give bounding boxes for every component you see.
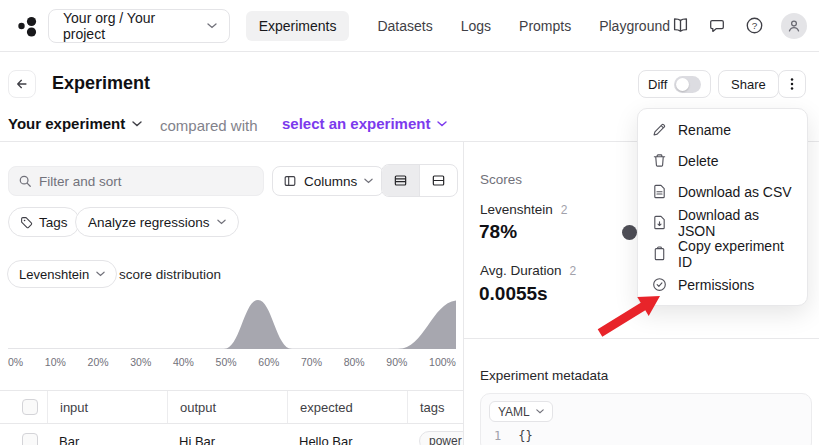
column-header-expected[interactable]: expected [287, 391, 407, 423]
menu-item-permissions[interactable]: Permissions [638, 269, 807, 300]
line-number: 1 [489, 429, 501, 443]
metric-avg-duration: Avg. Duration 2 [480, 263, 576, 278]
comparison-experiment-selector[interactable]: select an experiment [282, 115, 447, 132]
chevron-down-icon [217, 219, 226, 225]
menu-item-label: Delete [678, 153, 718, 169]
row-checkbox[interactable] [22, 433, 38, 445]
metric-name-label: Avg. Duration [480, 263, 562, 278]
columns-label: Columns [304, 174, 357, 189]
columns-icon [283, 174, 297, 188]
metadata-editor[interactable]: YAML 1 {} [480, 393, 812, 445]
top-nav: Your org / Your project Experiments Data… [0, 0, 819, 52]
chat-icon [708, 17, 726, 35]
diff-toggle-knob [676, 78, 689, 91]
tab-datasets[interactable]: Datasets [377, 18, 432, 34]
file-json-icon [652, 215, 667, 230]
avatar[interactable] [781, 13, 807, 39]
diff-toggle-track[interactable] [674, 76, 701, 93]
format-select-label: YAML [498, 405, 530, 419]
search-input[interactable] [39, 174, 239, 189]
tab-experiments[interactable]: Experiments [246, 11, 350, 41]
tag-icon [20, 216, 33, 229]
column-header-output[interactable]: output [167, 391, 287, 423]
x-tick: 0% [8, 356, 23, 368]
view-toggle-group [381, 164, 458, 197]
tag-pill[interactable]: power [419, 431, 463, 445]
metric-count-badge: 2 [561, 203, 568, 217]
tab-logs[interactable]: Logs [461, 18, 491, 34]
tab-playground[interactable]: Playground [599, 18, 670, 34]
x-tick: 20% [88, 356, 109, 368]
metric-levenshtein-value: 78% [479, 221, 517, 243]
docs-button[interactable] [670, 16, 690, 36]
project-switcher[interactable]: Your org / Your project [48, 9, 230, 43]
x-tick: 50% [216, 356, 237, 368]
feedback-button[interactable] [707, 16, 727, 36]
back-button[interactable] [8, 70, 36, 98]
menu-item-label: Rename [678, 122, 731, 138]
badge-check-icon [652, 277, 667, 292]
share-button[interactable]: Share [718, 70, 779, 98]
select-all-cell [0, 391, 47, 423]
x-tick: 30% [130, 356, 151, 368]
rows-dense-icon [393, 173, 408, 188]
arrow-left-icon [15, 77, 29, 91]
table-row[interactable]: Bar Hi Bar Hello Bar power [0, 424, 463, 445]
distribution-caption: score distribution [119, 267, 221, 282]
x-tick: 70% [301, 356, 322, 368]
menu-item-download-json[interactable]: Download as JSON [638, 207, 807, 238]
book-open-icon [671, 16, 690, 35]
menu-item-label: Permissions [678, 277, 754, 293]
comparison-selector-label: select an experiment [282, 115, 430, 132]
experiment-page: Your org / Your project Experiments Data… [0, 0, 819, 445]
trash-icon [652, 153, 667, 168]
diff-toggle-label: Diff [648, 77, 667, 92]
select-all-checkbox[interactable] [22, 399, 38, 415]
tab-prompts[interactable]: Prompts [519, 18, 571, 34]
scores-metadata-divider [464, 338, 819, 339]
help-button[interactable]: ? [744, 16, 764, 36]
column-header-input[interactable]: input [47, 391, 167, 423]
columns-button[interactable]: Columns [272, 166, 384, 196]
menu-item-copy-experiment-id[interactable]: Copy experiment ID [638, 238, 807, 269]
filter-search[interactable] [8, 166, 264, 196]
kebab-menu-button[interactable] [778, 70, 806, 98]
rows-split-icon [431, 173, 446, 188]
menu-item-rename[interactable]: Rename [638, 114, 807, 145]
clipboard-icon [652, 246, 667, 261]
menu-item-label: Copy experiment ID [678, 238, 793, 270]
column-header-tags[interactable]: tags [407, 391, 463, 423]
score-distribution-chart [8, 295, 456, 349]
x-tick: 90% [386, 356, 407, 368]
experiment-selector[interactable]: Your experiment [8, 115, 142, 132]
score-metric-select[interactable]: Levenshtein [7, 260, 117, 288]
cell-output[interactable]: Hi Bar [167, 424, 287, 445]
compared-with-label: compared with [160, 117, 258, 134]
cell-expected[interactable]: Hello Bar [287, 424, 407, 445]
row-select-cell [0, 424, 47, 445]
menu-item-download-csv[interactable]: Download as CSV [638, 176, 807, 207]
menu-item-label: Download as JSON [678, 207, 793, 239]
help-icon: ? [745, 16, 764, 35]
x-tick: 60% [258, 356, 279, 368]
panel-divider [463, 142, 464, 445]
diff-toggle[interactable]: Diff [638, 70, 711, 98]
view-toggle-split[interactable] [419, 165, 457, 196]
nav-tabs: Experiments Datasets Logs Prompts Playgr… [246, 11, 670, 41]
svg-text:?: ? [751, 20, 757, 31]
results-panel: Columns Tags Analyze regressions Levensh… [0, 142, 463, 445]
kebab-icon [785, 77, 799, 91]
chevron-down-icon [96, 271, 105, 277]
experiment-actions-menu: Rename Delete Download as CSV Download a… [637, 108, 808, 306]
menu-item-delete[interactable]: Delete [638, 145, 807, 176]
metric-avg-duration-value: 0.0055s [479, 283, 548, 305]
distribution-area-icon [8, 295, 456, 349]
chevron-down-icon [207, 23, 217, 29]
format-select[interactable]: YAML [489, 401, 553, 422]
analyze-regressions-button[interactable]: Analyze regressions [75, 207, 239, 237]
tags-button[interactable]: Tags [8, 207, 80, 237]
cell-input[interactable]: Bar [47, 424, 167, 445]
x-tick: 100% [429, 356, 456, 368]
metric-count-badge: 2 [570, 264, 577, 278]
view-toggle-list[interactable] [382, 165, 419, 196]
